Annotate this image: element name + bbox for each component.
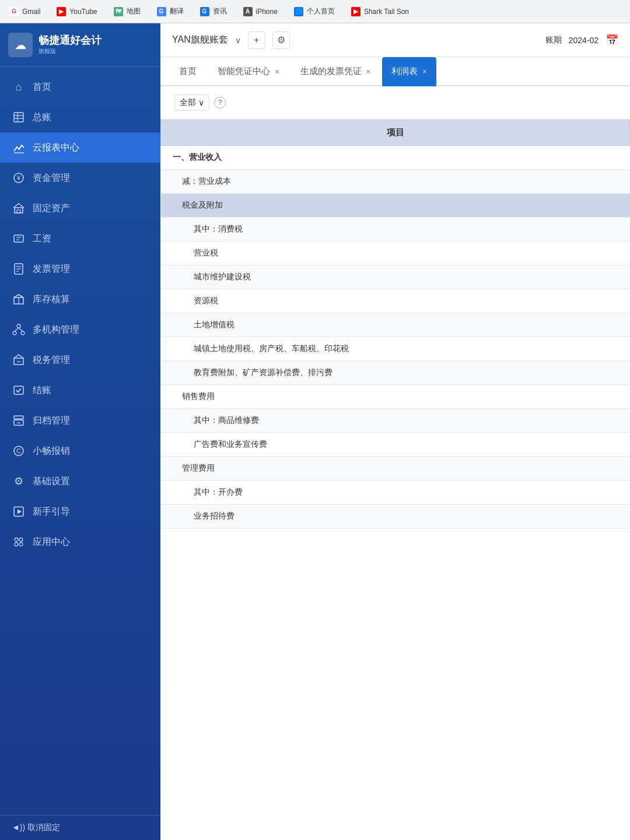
table-cell-label: 管理费用 bbox=[161, 457, 630, 481]
tab-profit-table[interactable]: 利润表 × bbox=[382, 57, 436, 86]
sidebar-item-ledger[interactable]: 总账 bbox=[0, 102, 160, 132]
home-icon: ⌂ bbox=[12, 80, 26, 94]
sidebar-item-checkout[interactable]: 结账 bbox=[0, 375, 160, 405]
content-area: 全部 ∨ ? 项目 一、营业收入减：营业成本税金及附加其中：消费税营业税城市维护… bbox=[160, 86, 630, 840]
svg-point-34 bbox=[19, 538, 23, 541]
svg-rect-0 bbox=[14, 113, 23, 122]
help-icon[interactable]: ? bbox=[214, 97, 226, 108]
sidebar-item-app-center-label: 应用中心 bbox=[33, 536, 70, 548]
calendar-icon[interactable]: 📅 bbox=[606, 34, 618, 47]
sidebar-item-fixed-assets[interactable]: 固定资产 bbox=[0, 193, 160, 223]
table-row: 城市维护建设税 bbox=[161, 265, 630, 289]
sidebar-item-fixed-assets-label: 固定资产 bbox=[33, 202, 70, 215]
shark-icon: ▶ bbox=[351, 7, 360, 16]
settings-button[interactable]: ⚙ bbox=[272, 32, 290, 49]
svg-point-35 bbox=[15, 542, 18, 546]
iphone-icon: A bbox=[243, 7, 253, 16]
table-cell-label: 业务招待费 bbox=[161, 505, 630, 528]
svg-point-20 bbox=[21, 331, 24, 335]
tab-news[interactable]: G 资讯 bbox=[195, 6, 232, 16]
svg-point-18 bbox=[17, 324, 20, 328]
sidebar-item-ledger-label: 总账 bbox=[33, 111, 51, 124]
tab-generated-invoice[interactable]: 生成的发票凭证 × bbox=[291, 57, 380, 86]
sidebar-item-settings-label: 基础设置 bbox=[33, 475, 70, 488]
sidebar-item-app-center[interactable]: 应用中心 bbox=[0, 527, 160, 557]
table-cell-label: 其中：消费税 bbox=[161, 218, 630, 242]
sidebar-item-settings[interactable]: ⚙ 基础设置 bbox=[0, 466, 160, 496]
svg-point-33 bbox=[15, 538, 18, 541]
payroll-icon bbox=[12, 232, 26, 246]
sidebar-item-inventory-label: 库存核算 bbox=[33, 293, 70, 306]
filter-dropdown-icon: ∨ bbox=[198, 98, 204, 107]
table-row: 销售费用 bbox=[161, 385, 630, 409]
browser-tab-bar: G Gmail ▶ YouTube 🗺 地图 G 翻译 G 资讯 A iPhon… bbox=[0, 0, 630, 23]
tab-home[interactable]: 🌐 个人首页 bbox=[289, 6, 340, 16]
sidebar-item-guide-label: 新手引导 bbox=[33, 506, 70, 518]
sidebar: ☁ 畅捷通好会计 旗舰版 ⌂ 首页 总账 bbox=[0, 23, 160, 840]
table-row: 资源税 bbox=[161, 289, 630, 313]
sidebar-item-cloud-report-label: 云报表中心 bbox=[33, 142, 79, 154]
tab-smart-voucher[interactable]: 智能凭证中心 × bbox=[208, 57, 289, 86]
tab-maps[interactable]: 🗺 地图 bbox=[109, 6, 145, 16]
tab-home[interactable]: 首页 bbox=[170, 57, 206, 86]
settings-nav-icon: ⚙ bbox=[12, 474, 26, 488]
sidebar-item-cloud-report[interactable]: 云报表中心 bbox=[0, 132, 160, 163]
table-cell-label: 减：营业成本 bbox=[161, 170, 630, 194]
account-dropdown-icon[interactable]: ∨ bbox=[235, 36, 241, 45]
sidebar-item-payroll-label: 工资 bbox=[33, 233, 51, 245]
svg-line-22 bbox=[19, 328, 23, 331]
period-value: 2024-02 bbox=[569, 36, 598, 45]
maps-icon: 🗺 bbox=[114, 7, 123, 16]
tab-youtube[interactable]: ▶ YouTube bbox=[52, 7, 102, 16]
settings-toolbar-icon: ⚙ bbox=[277, 34, 285, 46]
ledger-icon bbox=[12, 110, 26, 124]
table-cell-label: 广告费和业务宣传费 bbox=[161, 433, 630, 457]
help-char: ? bbox=[218, 99, 222, 107]
sidebar-item-tax-label: 税务管理 bbox=[33, 354, 70, 366]
sidebar-item-tax[interactable]: 税务管理 bbox=[0, 345, 160, 375]
tab-generated-invoice-close[interactable]: × bbox=[366, 67, 371, 76]
sidebar-item-invoice[interactable]: 发票管理 bbox=[0, 254, 160, 284]
table-cell-label: 教育费附加、矿产资源补偿费、排污费 bbox=[161, 361, 630, 385]
svg-point-19 bbox=[13, 331, 16, 335]
sidebar-item-multi-org[interactable]: 多机构管理 bbox=[0, 314, 160, 345]
multi-org-icon bbox=[12, 323, 26, 337]
add-button[interactable]: + bbox=[248, 32, 265, 49]
sidebar-item-payroll[interactable]: 工资 bbox=[0, 223, 160, 254]
tab-iphone-label: iPhone bbox=[256, 8, 278, 16]
sidebar-item-funds[interactable]: ¥ 资金管理 bbox=[0, 163, 160, 193]
top-toolbar: YAN旗舰账套 ∨ + ⚙ 账期 2024-02 📅 bbox=[160, 23, 630, 57]
table-cell-label: 其中：开办费 bbox=[161, 481, 630, 505]
svg-text:¥: ¥ bbox=[16, 175, 20, 181]
guide-icon bbox=[12, 505, 26, 519]
tab-shark[interactable]: ▶ Shark Tail Son bbox=[346, 7, 414, 16]
unpin-label: ◄)) 取消固定 bbox=[12, 822, 60, 833]
svg-rect-25 bbox=[14, 386, 23, 394]
table-cell-label: 资源税 bbox=[161, 289, 630, 313]
news-icon: G bbox=[200, 7, 209, 16]
app-container: ☁ 畅捷通好会计 旗舰版 ⌂ 首页 总账 bbox=[0, 23, 630, 840]
tab-smart-voucher-close[interactable]: × bbox=[275, 67, 279, 76]
logo-title: 畅捷通好会计 bbox=[38, 34, 102, 47]
sidebar-item-guide[interactable]: 新手引导 bbox=[0, 496, 160, 527]
tab-profit-table-close[interactable]: × bbox=[422, 67, 427, 76]
filter-select[interactable]: 全部 ∨ bbox=[174, 94, 209, 111]
funds-icon: ¥ bbox=[12, 171, 26, 185]
table-row: 一、营业收入 bbox=[161, 146, 630, 170]
inventory-icon bbox=[12, 292, 26, 306]
sidebar-item-inventory[interactable]: 库存核算 bbox=[0, 284, 160, 314]
sidebar-item-home[interactable]: ⌂ 首页 bbox=[0, 72, 160, 102]
tab-gmail[interactable]: G Gmail bbox=[5, 7, 45, 16]
tab-iphone[interactable]: A iPhone bbox=[239, 7, 282, 16]
sidebar-item-marketing[interactable]: C 小畅报销 bbox=[0, 436, 160, 466]
tab-profit-table-label: 利润表 bbox=[391, 66, 418, 77]
sidebar-item-archive[interactable]: 归档管理 bbox=[0, 405, 160, 436]
tab-smart-voucher-label: 智能凭证中心 bbox=[218, 66, 270, 77]
sidebar-unpin-button[interactable]: ◄)) 取消固定 bbox=[0, 815, 160, 840]
tab-gmail-label: Gmail bbox=[22, 8, 40, 16]
tab-translate[interactable]: G 翻译 bbox=[152, 6, 188, 16]
table-cell-label: 营业税 bbox=[161, 242, 630, 265]
table-row: 广告费和业务宣传费 bbox=[161, 433, 630, 457]
table-cell-label: 销售费用 bbox=[161, 385, 630, 409]
tab-bar: 首页 智能凭证中心 × 生成的发票凭证 × 利润表 × bbox=[160, 57, 630, 86]
